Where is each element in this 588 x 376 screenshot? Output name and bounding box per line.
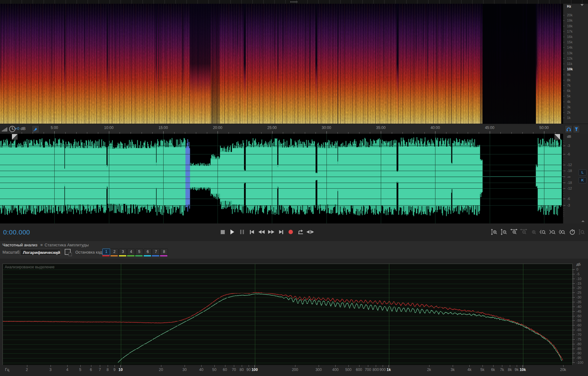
db-tick — [572, 289, 574, 289]
amplitude-tick — [563, 195, 564, 196]
waveform-gridline — [0, 188, 563, 189]
frequency-tick — [563, 31, 564, 32]
tab-amplitude-statistics[interactable]: Статистика Амплитуды — [45, 243, 89, 247]
spectrogram-quiet-region — [316, 4, 317, 124]
frame-hold-button-2[interactable]: 2 — [111, 249, 118, 255]
spectrogram-streak — [218, 4, 219, 88]
frequency-axis-label: 400 — [332, 368, 338, 372]
amplitude-tick — [563, 183, 565, 183]
tab-frequency-analysis[interactable]: Частотный анализ ≡ — [3, 243, 43, 247]
gain-indicator[interactable]: +0 dB — [15, 126, 25, 131]
amplitude-tick — [563, 154, 565, 154]
db-tick — [572, 308, 574, 308]
db-tick — [572, 349, 575, 349]
db-tick — [572, 331, 574, 331]
ruler-options-dropdown-icon[interactable] — [580, 4, 584, 6]
monitor-button[interactable] — [565, 125, 572, 133]
scale-dropdown[interactable]: Логарифмический — [20, 249, 61, 256]
zoom-selection-left-button[interactable] — [539, 228, 547, 236]
levels-icon[interactable] — [2, 127, 8, 132]
spectrogram-streak — [107, 4, 108, 80]
frame-hold-button-4[interactable]: 4 — [127, 249, 135, 255]
frequency-tick-label: 13k — [567, 51, 573, 55]
spectrogram-display[interactable] — [0, 4, 563, 124]
rewind-button[interactable] — [258, 228, 265, 236]
db-tick-label: -95 — [576, 356, 581, 360]
db-tick — [572, 333, 574, 333]
play-button[interactable] — [229, 228, 236, 236]
db-tick — [572, 355, 574, 355]
scrub-button[interactable] — [307, 228, 314, 236]
amplitude-tick — [563, 146, 564, 147]
db-tick — [572, 317, 574, 317]
amplitude-tick — [563, 169, 564, 169]
zoom-full-button[interactable] — [578, 228, 586, 236]
spectrogram-streak — [119, 4, 119, 77]
analyzed-selection-label: Анализированое выделение — [5, 265, 55, 269]
pause-button[interactable] — [239, 228, 245, 236]
zoom-out-vertical-button[interactable] — [500, 228, 508, 236]
skip-start-button[interactable] — [248, 228, 255, 236]
db-tick — [572, 335, 575, 335]
scroll-up-icon[interactable] — [581, 220, 585, 222]
zoom-selection-right-button[interactable] — [549, 228, 557, 236]
db-tick — [572, 305, 574, 305]
stop-button[interactable] — [219, 228, 226, 236]
zoom-reset-button[interactable] — [569, 228, 576, 236]
db-tick — [572, 296, 574, 297]
frame-hold-button-5[interactable]: 5 — [135, 249, 143, 255]
selection-grip-left[interactable] — [12, 134, 18, 140]
frame-hold-button-7[interactable]: 7 — [152, 249, 160, 255]
frequency-axis-label: 20 — [159, 368, 163, 372]
db-tick — [572, 279, 575, 279]
frequency-tick-label: 8k — [567, 78, 571, 82]
frequency-tick — [563, 37, 564, 37]
panel-menu-icon[interactable]: ≡ — [40, 243, 43, 247]
frequency-tick — [563, 53, 564, 53]
navigator-handle-icon[interactable] — [290, 1, 297, 3]
selection-grip-right[interactable] — [554, 134, 560, 140]
db-tick — [572, 282, 574, 282]
zoom-in-horizontal-button[interactable] — [510, 228, 518, 236]
db-tick — [572, 313, 574, 314]
plot-gridline — [3, 298, 572, 298]
zoom-navigator-strip[interactable] — [0, 0, 588, 4]
spectrogram-quiet-region — [278, 4, 278, 124]
zoom-selection-button[interactable] — [530, 228, 537, 236]
timeline-label: 25:00 — [267, 126, 277, 130]
zoom-selection-points-button[interactable] — [559, 228, 566, 236]
spectrogram-streak — [525, 4, 525, 101]
db-tick — [572, 320, 575, 321]
frame-hold-button-1[interactable]: 1 — [102, 249, 110, 255]
waveform-display[interactable] — [0, 134, 563, 223]
frequency-axis-label: 1k — [387, 368, 391, 372]
db-tick — [572, 326, 574, 326]
record-button[interactable] — [287, 228, 294, 236]
zoom-in-vertical-button[interactable] — [491, 228, 498, 236]
frame-hold-button-8[interactable]: 8 — [160, 249, 168, 255]
channel-button-l[interactable]: L — [579, 169, 586, 175]
spectrogram-streak — [409, 4, 410, 73]
frequency-axis-tick — [51, 365, 51, 367]
amplitude-ruler[interactable]: dB -3-6-12-18-∞-18-12-6-3 LK — [563, 134, 588, 223]
frequency-ruler[interactable]: Hz 20k19k18k17k16k15k14k13k12k11k10k9k8k… — [563, 4, 588, 124]
copy-graph-icon[interactable] — [65, 249, 71, 255]
frame-hold-button-6[interactable]: 6 — [144, 249, 152, 255]
zoom-out-horizontal-button[interactable] — [520, 228, 527, 236]
fast-forward-button[interactable] — [268, 228, 275, 236]
spectrogram-streak — [416, 4, 417, 70]
frequency-tick-label: 12k — [567, 56, 573, 60]
waveform-gridline — [326, 134, 327, 223]
plot-gridline — [3, 312, 572, 312]
funnel-button[interactable] — [573, 125, 580, 133]
loop-button[interactable] — [297, 228, 304, 236]
frequency-axis-label: 600 — [356, 368, 362, 372]
spectrogram-streak — [283, 4, 284, 77]
db-tick — [572, 353, 575, 353]
frame-hold-button-3[interactable]: 3 — [119, 249, 127, 255]
skip-end-button[interactable] — [278, 228, 284, 236]
channel-button-k[interactable]: K — [579, 177, 586, 183]
spectrogram-streak — [183, 4, 184, 99]
time-display[interactable]: 0:00.000 — [3, 228, 30, 236]
db-tick — [572, 285, 574, 286]
